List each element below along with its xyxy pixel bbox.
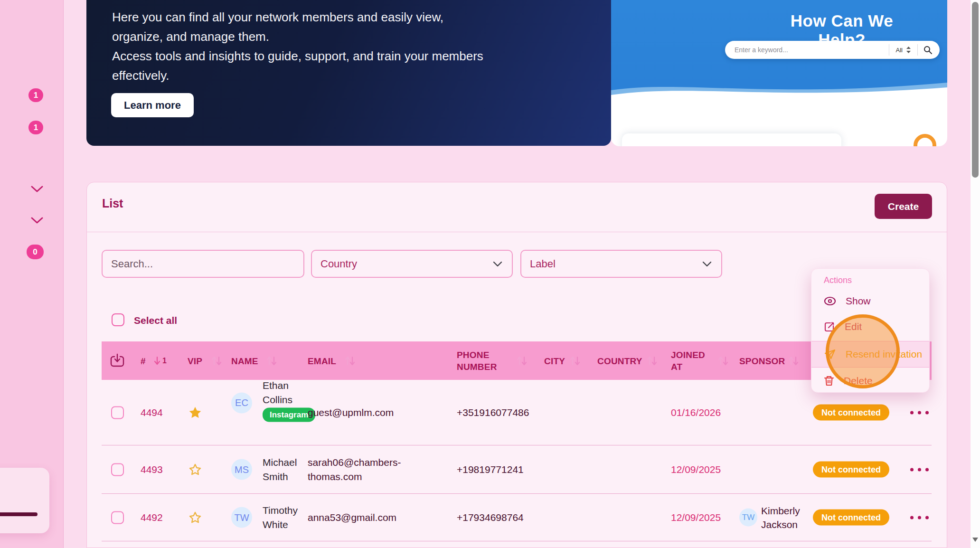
column-header-city[interactable]: CITY (544, 355, 565, 367)
sidebar-notification-badge[interactable]: 1 (28, 88, 43, 102)
member-email: anna53@gmail.com (308, 510, 405, 525)
search-icon (923, 46, 932, 54)
sidebar-popup-card (0, 468, 49, 533)
column-header-name[interactable]: NAME (231, 355, 258, 367)
chevron-down-icon[interactable] (30, 185, 44, 193)
panel-title: List (102, 197, 123, 210)
sort-arrows-icon[interactable] (265, 355, 278, 367)
row-actions-menu-button[interactable] (909, 408, 930, 417)
help-category-select[interactable]: All (889, 47, 917, 54)
avatar: EC (231, 392, 252, 413)
select-arrows-icon (906, 47, 911, 53)
select-all-checkbox[interactable] (112, 313, 124, 326)
sponsor-cell: TW Kimberly Jackson (739, 494, 815, 541)
status-cell: Not connected (813, 464, 889, 474)
row-actions-menu-button[interactable] (909, 465, 930, 474)
sidebar-counter-badge[interactable]: 0 (27, 245, 44, 259)
menu-item-show[interactable]: Show (811, 292, 929, 311)
member-name: Michael Smith (263, 455, 312, 484)
sponsor-name: Kimberly Jackson (761, 504, 809, 531)
column-header-id[interactable]: # (141, 355, 146, 367)
chevron-down-icon[interactable] (30, 217, 44, 224)
vip-star-icon[interactable] (188, 510, 203, 525)
sponsor-avatar: TW (739, 509, 757, 527)
help-category-value: All (896, 47, 903, 54)
row-checkbox[interactable] (111, 406, 124, 419)
label-filter-value: Label (530, 258, 556, 270)
sidebar (0, 0, 64, 548)
member-id[interactable]: 4493 (141, 464, 163, 475)
row-actions-menu-button[interactable] (909, 513, 930, 522)
popup-progress-line (0, 512, 38, 516)
search-input[interactable] (103, 258, 303, 270)
help-article-card[interactable] (622, 133, 841, 146)
member-phone: +351916077486 (457, 407, 529, 418)
status-badge: Not connected (813, 509, 889, 525)
banner-text: Here you can find all your network membe… (112, 8, 492, 85)
click-indicator-circle (826, 314, 900, 388)
trash-icon (824, 375, 834, 387)
country-filter-select[interactable]: Country (311, 250, 513, 278)
sort-arrows-icon[interactable] (717, 355, 729, 367)
intro-banner: Here you can find all your network membe… (86, 0, 611, 146)
banner-paragraph: Here you can find all your network membe… (112, 8, 492, 47)
chevron-down-icon (702, 261, 712, 267)
row-checkbox[interactable] (111, 511, 124, 524)
table-row: 4493 MS Michael Smith sarah06@chambers-t… (102, 445, 932, 494)
divider (87, 232, 947, 232)
scrollbar-down-arrow[interactable] (972, 538, 978, 542)
row-checkbox[interactable] (111, 463, 124, 476)
sort-indicator-id[interactable]: 1 (153, 356, 167, 366)
chevron-down-icon (493, 261, 502, 267)
sort-arrows-icon[interactable] (787, 355, 800, 367)
help-search-button[interactable] (918, 46, 940, 54)
banner-paragraph: Access tools and insights to guide, supp… (112, 47, 492, 85)
scrollbar-thumb[interactable] (972, 2, 979, 178)
sort-arrows-icon[interactable] (210, 355, 223, 367)
sort-rank: 1 (162, 357, 167, 365)
select-all-label: Select all (134, 315, 177, 326)
member-name: Timothy White (263, 503, 312, 532)
column-header-sponsor[interactable]: SPONSOR (739, 355, 785, 367)
eye-icon (824, 296, 836, 306)
label-filter-select[interactable]: Label (520, 250, 722, 278)
column-header-email[interactable]: EMAIL (308, 355, 336, 367)
learn-more-button[interactable]: Learn more (111, 93, 194, 117)
search-field (102, 250, 304, 278)
country-filter-value: Country (320, 258, 357, 270)
member-name: Ethan Collins (263, 378, 312, 406)
member-id[interactable]: 4492 (141, 512, 163, 523)
member-joined-date: 12/09/2025 (671, 464, 721, 475)
arrow-down-icon (153, 356, 161, 366)
sort-arrows-icon[interactable] (344, 355, 356, 367)
member-email: sarah06@chambers-thomas.com (308, 455, 405, 484)
create-button[interactable]: Create (875, 194, 932, 219)
help-search-input[interactable] (725, 46, 889, 54)
status-badge: Not connected (813, 461, 889, 477)
status-cell: Not connected (813, 407, 889, 417)
member-phone: +19819771241 (457, 464, 524, 475)
table-header-row: # 1 VIP NAME EMAIL PHONE NUMBER CITY COU… (102, 341, 932, 380)
export-icon[interactable] (109, 353, 125, 369)
column-header-country[interactable]: COUNTRY (597, 355, 642, 367)
help-widget: How Can We Help? All (611, 0, 947, 146)
wave-decoration (611, 76, 947, 105)
vip-star-icon[interactable] (188, 462, 203, 477)
table-row: 4494 EC Ethan Collins Instagram guest@up… (102, 380, 932, 445)
column-header-vip[interactable]: VIP (188, 355, 202, 367)
sort-arrows-icon[interactable] (646, 355, 658, 367)
help-logo-icon (914, 134, 936, 146)
member-id[interactable]: 4494 (141, 407, 163, 418)
member-email: guest@upmlm.com (308, 406, 405, 420)
table-row: 4492 TW Timothy White anna53@gmail.com +… (102, 494, 932, 541)
status-cell: Not connected (813, 512, 889, 522)
column-header-joined[interactable]: JOINED AT (671, 349, 712, 373)
column-header-phone[interactable]: PHONE NUMBER (457, 349, 510, 373)
sidebar-notification-badge[interactable]: 1 (28, 121, 43, 134)
help-search-bar: All (725, 41, 940, 59)
vip-star-icon[interactable] (188, 405, 203, 420)
scrollbar[interactable] (971, 0, 980, 548)
sort-arrows-icon[interactable] (569, 355, 581, 367)
sort-arrows-icon[interactable] (516, 355, 528, 367)
avatar: TW (231, 507, 252, 528)
